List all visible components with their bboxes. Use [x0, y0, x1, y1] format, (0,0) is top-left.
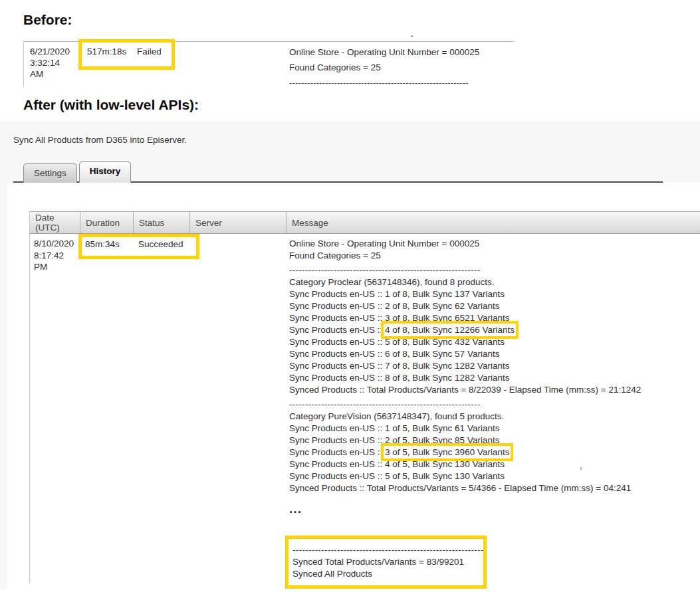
message-text: Sync Products en-US :: 7 of 8, Bulk Sync… [289, 361, 509, 371]
message-text: Sync Products en-US :: 5 of 8, Bulk Sync… [289, 337, 505, 347]
after-heading: After (with low-level APIs): [23, 97, 199, 113]
date-cell: 8/10/2020 8:17:42 PM [34, 238, 74, 273]
message-dash-line: ----------------------------------------… [289, 264, 698, 276]
message-text: Sync Products en-US :: 2 of 8, Bulk Sync… [289, 301, 499, 311]
message-line: Found Categories = 25 [289, 60, 479, 75]
message-line: Sync Products en-US :: 4 of 8, Bulk Sync… [289, 324, 698, 336]
before-history-row: 6/21/2020 3:32:14 AM 517m:18s Failed Onl… [23, 41, 514, 87]
history-table: Date (UTC) Duration Status Server Messag… [29, 211, 700, 583]
message-text: Found Categories = 25 [289, 250, 381, 260]
highlight-box-sync-summary: ----------------------------------------… [285, 536, 487, 589]
message-text: Synced Products :: Total Products/Varian… [289, 483, 631, 493]
message-line: Sync Products en-US :: 8 of 8, Bulk Sync… [289, 372, 698, 384]
stray-dot [411, 35, 413, 37]
message-line: Category PureVision (5637148347), found … [289, 411, 698, 423]
message-line: Online Store - Operating Unit Number = 0… [289, 238, 698, 250]
message-line: Sync Products en-US :: 4 of 5, Bulk Sync… [289, 458, 698, 470]
message-text: Sync Products en-US :: [289, 447, 385, 457]
before-date-cell: 6/21/2020 3:32:14 AM [30, 46, 70, 80]
date-line: 8:17:42 [34, 250, 74, 262]
message-text: Category PureVision (5637148347), found … [289, 411, 504, 421]
message-line: Sync Products en-US :: 1 of 5, Bulk Sync… [289, 423, 698, 435]
before-status-cell: Failed [137, 47, 162, 56]
message-line: Sync Products en-US :: 6 of 8, Bulk Sync… [289, 348, 698, 360]
before-date-line: 3:32:14 [30, 57, 70, 68]
message-line: Synced Products :: Total Products/Varian… [289, 384, 698, 396]
tab-history[interactable]: History [79, 161, 132, 183]
message-line: Sync Products en-US :: 2 of 8, Bulk Sync… [289, 300, 698, 312]
artifact-speck [580, 467, 582, 470]
before-date-line: AM [30, 68, 70, 80]
table-header-row: Date (UTC) Duration Status Server Messag… [30, 211, 700, 234]
before-date-line: 6/21/2020 [30, 46, 70, 57]
message-line: Found Categories = 25 [289, 250, 698, 262]
message-cell: Online Store - Operating Unit Number = 0… [289, 238, 698, 589]
before-duration-cell: 517m:18s [87, 47, 126, 56]
message-text: Online Store - Operating Unit Number = 0… [289, 239, 479, 248]
message-text: Sync Products en-US :: 2 of 5, Bulk Sync… [289, 435, 499, 445]
message-text: Sync Products en-US :: 4 of 5, Bulk Sync… [289, 459, 505, 469]
job-description: Sync All Products from D365 into Episerv… [13, 135, 187, 145]
tab-bar: Settings History [23, 161, 131, 183]
summary-line: Synced Total Products/Variants = 83/9920… [292, 556, 479, 568]
column-header-date: Date (UTC) [30, 212, 80, 233]
message-text: Sync Products en-US :: 1 of 8, Bulk Sync… [289, 289, 505, 299]
status-cell: Succeeded [138, 239, 183, 249]
message-text: Sync Products en-US :: 3 of 8, Bulk Sync… [289, 313, 509, 323]
message-text: Sync Products en-US :: 6 of 8, Bulk Sync… [289, 349, 499, 359]
summary-line: Synced All Products [292, 568, 479, 580]
message-line: Sync Products en-US :: 5 of 5, Bulk Sync… [289, 470, 698, 482]
tab-settings[interactable]: Settings [23, 163, 77, 183]
message-dash-line: ----------------------------------------… [289, 399, 698, 411]
highlighted-text: 3 of 5, Bulk Sync 3960 Variants [385, 447, 509, 457]
column-header-server: Server [190, 212, 287, 233]
message-text: Sync Products en-US :: 5 of 5, Bulk Sync… [289, 471, 505, 481]
duration-cell: 85m:34s [85, 239, 120, 249]
message-line: Sync Products en-US :: 7 of 8, Bulk Sync… [289, 360, 698, 372]
message-text: Synced Products :: Total Products/Varian… [289, 385, 641, 395]
before-heading: Before: [23, 12, 72, 28]
message-text: Sync Products en-US :: [289, 325, 385, 335]
message-text: Sync Products en-US :: 1 of 5, Bulk Sync… [289, 423, 499, 433]
message-lines: Online Store - Operating Unit Number = 0… [289, 238, 698, 494]
message-line: Online Store - Operating Unit Number = 0… [289, 45, 479, 60]
date-line: 8/10/2020 [34, 238, 74, 250]
message-line: Synced Products :: Total Products/Varian… [289, 482, 698, 494]
message-line: Category Proclear (5637148346), found 8 … [289, 276, 698, 288]
message-text: Sync Products en-US :: 8 of 8, Bulk Sync… [289, 373, 509, 383]
column-header-duration: Duration [80, 212, 134, 233]
truncation-ellipsis: ... [289, 502, 698, 518]
message-line: Sync Products en-US :: 5 of 8, Bulk Sync… [289, 336, 698, 348]
message-line: Sync Products en-US :: 2 of 5, Bulk Sync… [289, 435, 698, 446]
message-line: Sync Products en-US :: 3 of 8, Bulk Sync… [289, 312, 698, 324]
message-dash-line: ----------------------------------------… [289, 75, 479, 90]
before-message-cell: Online Store - Operating Unit Number = 0… [289, 45, 479, 90]
message-line: Sync Products en-US :: 3 of 5, Bulk Sync… [289, 446, 698, 458]
message-line: Sync Products en-US :: 1 of 8, Bulk Sync… [289, 288, 698, 300]
column-header-status: Status [134, 212, 190, 233]
date-line: PM [34, 261, 74, 273]
message-text: Category Proclear (5637148346), found 8 … [289, 277, 494, 287]
scheduled-job-panel: Sync All Products from D365 into Episerv… [0, 121, 700, 589]
highlighted-text: 4 of 8, Bulk Sync 12266 Variants [385, 325, 515, 335]
message-dash-line: ----------------------------------------… [292, 544, 479, 556]
table-row: 8/10/2020 8:17:42 PM 85m:34s Succeeded O… [30, 234, 700, 583]
annotated-comparison-screenshot: Before: 6/21/2020 3:32:14 AM 517m:18s Fa… [0, 0, 700, 592]
column-header-message: Message [287, 212, 700, 233]
